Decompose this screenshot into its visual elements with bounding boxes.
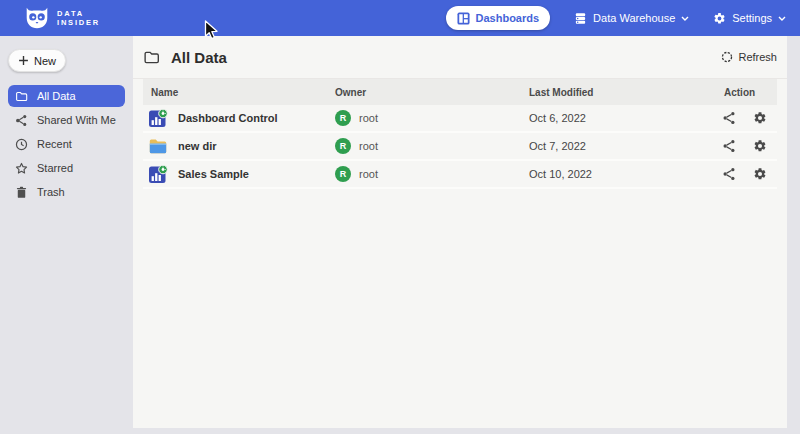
gear-action-icon[interactable] xyxy=(753,139,767,153)
folder-title-icon xyxy=(143,49,160,66)
sidebar-item-starred[interactable]: Starred xyxy=(8,157,125,179)
sidebar-item-trash[interactable]: Trash xyxy=(8,181,125,203)
column-header-name: Name xyxy=(143,87,335,98)
dashboards-button[interactable]: Dashboards xyxy=(446,6,551,30)
sidebar-item-shared-with-me[interactable]: Shared With Me xyxy=(8,109,125,131)
data-warehouse-menu[interactable]: Data Warehouse xyxy=(574,12,689,25)
sidebar: New All Data Shared With Me xyxy=(0,36,133,434)
sidebar-item-all-data[interactable]: All Data xyxy=(8,85,125,107)
dashboard-grid-icon xyxy=(457,12,470,25)
chevron-down-icon xyxy=(778,16,786,21)
new-button[interactable]: New xyxy=(8,49,66,72)
clock-icon xyxy=(15,138,28,151)
table-body: Dashboard Control R root Oct 6, 2022 xyxy=(143,105,777,189)
dashboards-label: Dashboards xyxy=(476,12,540,24)
refresh-button[interactable]: Refresh xyxy=(721,51,777,63)
column-header-action: Action xyxy=(722,87,777,98)
last-modified: Oct 7, 2022 xyxy=(529,140,722,152)
owner-name: root xyxy=(359,140,378,152)
sidebar-item-label: Trash xyxy=(37,186,65,198)
top-nav: Dashboards Data Warehouse xyxy=(446,6,786,30)
folder-icon xyxy=(15,90,28,103)
dashboard-file-icon xyxy=(148,108,168,128)
sidebar-item-label: Starred xyxy=(37,162,73,174)
table-row[interactable]: Sales Sample R root Oct 10, 2022 xyxy=(143,161,777,189)
top-bar: DATA INSIDER Dashboards xyxy=(0,0,800,36)
file-name: new dir xyxy=(178,140,217,152)
sidebar-item-label: Shared With Me xyxy=(37,114,116,126)
app-name: DATA INSIDER xyxy=(57,9,100,27)
column-header-last-modified: Last Modified xyxy=(529,87,722,98)
table-row[interactable]: new dir R root Oct 7, 2022 xyxy=(143,133,777,161)
table-row[interactable]: Dashboard Control R root Oct 6, 2022 xyxy=(143,105,777,133)
gear-action-icon[interactable] xyxy=(753,167,767,181)
refresh-icon xyxy=(721,51,733,63)
share-action-icon[interactable] xyxy=(722,111,736,125)
gear-action-icon[interactable] xyxy=(753,111,767,125)
plus-icon xyxy=(18,55,29,66)
content-card: All Data Refresh Name Owner Last Modifie… xyxy=(133,36,787,428)
dashboard-file-icon xyxy=(148,164,168,184)
refresh-label: Refresh xyxy=(738,51,777,63)
owner-avatar: R xyxy=(335,166,351,182)
owl-logo-icon xyxy=(24,5,50,31)
folder-file-icon xyxy=(148,136,168,156)
last-modified: Oct 10, 2022 xyxy=(529,168,722,180)
share-action-icon[interactable] xyxy=(722,139,736,153)
content-header: All Data Refresh xyxy=(133,36,787,79)
last-modified: Oct 6, 2022 xyxy=(529,112,722,124)
database-icon xyxy=(574,12,587,25)
star-icon xyxy=(15,162,28,175)
file-table: Name Owner Last Modified Action xyxy=(143,79,777,189)
gear-icon xyxy=(713,12,726,25)
settings-label: Settings xyxy=(732,12,772,24)
sidebar-item-label: All Data xyxy=(37,90,76,102)
owner-name: root xyxy=(359,168,378,180)
sidebar-item-recent[interactable]: Recent xyxy=(8,133,125,155)
page-title: All Data xyxy=(171,49,227,66)
data-warehouse-label: Data Warehouse xyxy=(593,12,675,24)
file-name: Sales Sample xyxy=(178,168,249,180)
trash-icon xyxy=(15,186,28,199)
app-logo: DATA INSIDER xyxy=(24,5,100,31)
settings-menu[interactable]: Settings xyxy=(713,12,786,25)
sidebar-nav: All Data Shared With Me Recent xyxy=(0,85,133,203)
owner-name: root xyxy=(359,112,378,124)
share-action-icon[interactable] xyxy=(722,167,736,181)
new-button-label: New xyxy=(34,55,56,67)
share-icon xyxy=(15,114,28,127)
sidebar-item-label: Recent xyxy=(37,138,72,150)
column-header-owner: Owner xyxy=(335,87,529,98)
table-header: Name Owner Last Modified Action xyxy=(143,79,777,105)
owner-avatar: R xyxy=(335,110,351,126)
owner-avatar: R xyxy=(335,138,351,154)
chevron-down-icon xyxy=(681,16,689,21)
file-name: Dashboard Control xyxy=(178,112,278,124)
